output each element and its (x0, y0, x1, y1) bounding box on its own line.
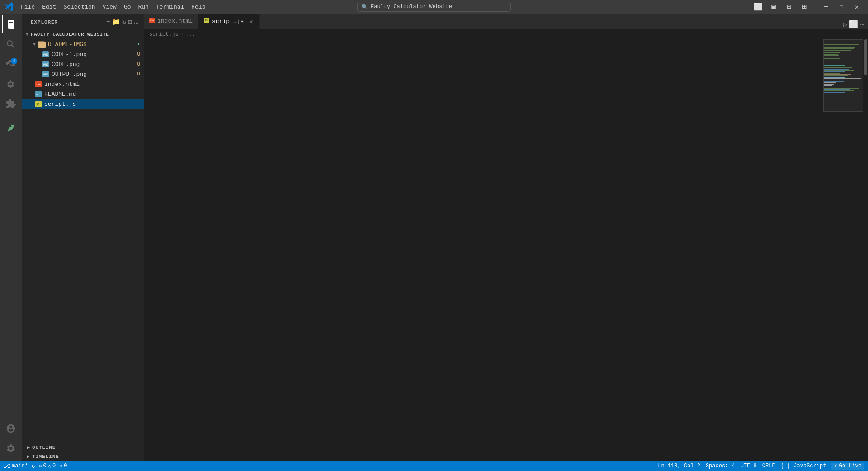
sidebar-toggle-icon[interactable]: ⬜ (751, 0, 765, 14)
menu-run[interactable]: Run (134, 3, 152, 11)
menu-view[interactable]: View (99, 3, 120, 11)
info-icon: ⊙ (59, 463, 62, 470)
index-html-tab[interactable]: HTML index.html (144, 14, 198, 29)
line-ending-label: CRLF (762, 463, 775, 469)
explorer-activity-icon[interactable] (2, 15, 20, 33)
readme-imgs-folder-icon (38, 40, 46, 48)
svg-text:PNG: PNG (43, 73, 48, 76)
layout-icon[interactable]: ⊞ (797, 0, 811, 14)
menu-file[interactable]: File (17, 3, 38, 11)
cursor-position-status[interactable]: Ln 118, Col 2 (658, 463, 700, 469)
go-live-label: Go Live (839, 463, 862, 469)
menu-edit[interactable]: Edit (38, 3, 60, 11)
code-editor (144, 39, 868, 461)
leaf-activity-icon[interactable] (2, 118, 20, 137)
status-right: Ln 118, Col 2 Spaces: 4 UTF-8 CRLF { } J… (658, 463, 864, 470)
project-root-arrow: ▼ (24, 32, 31, 37)
code-content[interactable] (166, 39, 823, 461)
project-name: FAULTY CALCULATOR WEBSITE (31, 32, 109, 37)
readme-md-icon: MD (34, 90, 42, 98)
code-png-file[interactable]: PNG CODE.png U (22, 59, 144, 69)
run-debug-activity-icon[interactable] (2, 75, 20, 93)
new-folder-icon[interactable]: 📁 (112, 18, 120, 26)
more-tab-actions-icon[interactable]: ⋯ (860, 20, 864, 29)
global-search-bar[interactable]: 🔍 Faulty Calculator Website (357, 2, 511, 12)
code1-png-file[interactable]: PNG CODE-1.png U (22, 49, 144, 59)
account-activity-icon[interactable] (2, 419, 20, 438)
line-numbers (144, 39, 166, 461)
source-control-activity-icon[interactable]: 4 (2, 55, 20, 73)
main-layout: 4 EXPLORER + 📁 ↻ ⊟ (0, 14, 868, 461)
outline-arrow: ▶ (27, 445, 30, 450)
script-js-tab-icon: JS (204, 18, 209, 25)
project-root[interactable]: ▼ FAULTY CALCULATOR WEBSITE (22, 29, 144, 39)
script-js-tab[interactable]: JS script.js ✕ (198, 14, 260, 29)
script-js-tab-close[interactable]: ✕ (248, 17, 254, 26)
refresh-icon[interactable]: ↻ (122, 18, 126, 26)
minimap-content (823, 39, 863, 461)
new-file-icon[interactable]: + (106, 18, 110, 26)
menu-selection[interactable]: Selection (60, 3, 99, 11)
window-controls: ⬜ ▣ ⊟ ⊞ ─ ❐ ✕ (751, 0, 863, 14)
sidebar-header: EXPLORER + 📁 ↻ ⊟ … (22, 14, 144, 28)
spaces-label: Spaces: 4 (706, 463, 735, 469)
search-activity-icon[interactable] (2, 35, 20, 53)
readme-md-file[interactable]: MD README.md (22, 89, 144, 99)
breadcrumb-file[interactable]: script.js (149, 31, 179, 38)
error-count: 0 (43, 463, 46, 469)
outline-label: OUTLINE (32, 445, 56, 450)
file-tree: ▼ FAULTY CALCULATOR WEBSITE ▼ README-IMG… (22, 28, 144, 443)
outline-section[interactable]: ▶ OUTLINE (22, 443, 144, 452)
titlebar: File Edit Selection View Go Run Terminal… (0, 0, 868, 14)
git-branch-status[interactable]: ⎇ main* (4, 462, 28, 470)
code1-png-label: CODE-1.png (52, 51, 137, 58)
go-live-status[interactable]: ⚡ Go Live (831, 463, 864, 470)
breadcrumb: script.js › ... (144, 29, 868, 39)
timeline-section[interactable]: ▶ TIMELINE (22, 452, 144, 461)
maximize-button[interactable]: ❐ (835, 0, 848, 14)
sidebar-bottom: ▶ OUTLINE ▶ TIMELINE (22, 443, 144, 461)
svg-text:PNG: PNG (43, 63, 48, 66)
output-png-label: OUTPUT.png (52, 71, 137, 78)
sync-status[interactable]: ↻ (32, 463, 35, 470)
collapse-icon[interactable]: ⊟ (128, 18, 132, 26)
menu-go[interactable]: Go (120, 3, 135, 11)
more-actions-icon[interactable]: … (134, 18, 138, 26)
output-png-badge: U (137, 71, 140, 77)
breadcrumb-sep: › (180, 31, 184, 38)
menu-help[interactable]: Help (188, 3, 209, 11)
index-html-icon: HTML (34, 80, 42, 88)
vertical-scrollbar[interactable] (863, 39, 868, 461)
encoding-status[interactable]: UTF-8 (741, 463, 757, 469)
activity-bar-bottom (2, 419, 20, 461)
split-editor-right-icon[interactable]: ⬜ (849, 20, 858, 29)
panel-toggle-icon[interactable]: ▣ (767, 0, 780, 14)
spaces-status[interactable]: Spaces: 4 (706, 463, 735, 469)
search-text: Faulty Calculator Website (371, 4, 452, 10)
settings-activity-icon[interactable] (2, 439, 20, 457)
index-html-file[interactable]: HTML index.html (22, 79, 144, 89)
svg-text:JS: JS (36, 103, 40, 106)
errors-status[interactable]: ⊗ 0 △ 0 (38, 463, 56, 470)
sidebar-title: EXPLORER (31, 19, 58, 25)
breadcrumb-more[interactable]: ... (185, 31, 195, 38)
language-status[interactable]: { } JavaScript (781, 463, 826, 469)
script-js-icon: JS (34, 100, 42, 108)
menu-bar: File Edit Selection View Go Run Terminal… (17, 3, 209, 11)
close-button[interactable]: ✕ (850, 0, 863, 14)
git-branch-icon: ⎇ (4, 462, 10, 470)
index-html-label: index.html (44, 81, 144, 88)
menu-terminal[interactable]: Terminal (152, 3, 188, 11)
timeline-label: TIMELINE (32, 454, 59, 459)
split-editor-icon[interactable]: ⊟ (782, 0, 796, 14)
extensions-activity-icon[interactable] (2, 95, 20, 113)
output-png-file[interactable]: PNG OUTPUT.png U (22, 69, 144, 79)
minimize-button[interactable]: ─ (819, 0, 833, 14)
sidebar: EXPLORER + 📁 ↻ ⊟ … ▼ FAULTY CALCULATOR W… (22, 14, 144, 461)
svg-text:PNG: PNG (43, 53, 48, 56)
line-ending-status[interactable]: CRLF (762, 463, 775, 469)
readme-imgs-folder[interactable]: ▼ README-IMGS • (22, 39, 144, 49)
script-js-file[interactable]: JS script.js (22, 99, 144, 109)
info-status[interactable]: ⊙ 0 (59, 463, 67, 470)
run-icon[interactable]: ▷ (843, 20, 848, 29)
